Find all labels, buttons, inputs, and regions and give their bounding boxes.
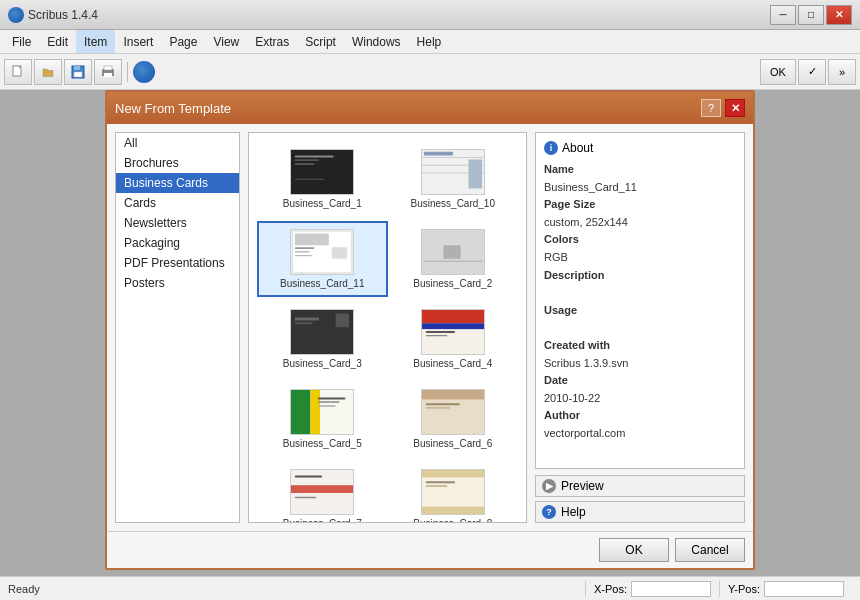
svg-rect-53 (422, 507, 484, 515)
svg-rect-24 (332, 247, 348, 259)
dialog-title: New From Template (115, 101, 231, 116)
svg-rect-30 (295, 322, 312, 324)
svg-rect-33 (422, 310, 484, 324)
template-business-card-7[interactable]: Business_Card_7 (257, 461, 388, 523)
thumb-business-card-4 (421, 309, 485, 355)
menu-item[interactable]: Item (76, 30, 115, 53)
about-label: About (562, 141, 593, 155)
menu-file[interactable]: File (4, 30, 39, 53)
svg-rect-50 (295, 497, 316, 498)
ok-button[interactable]: OK (599, 538, 669, 562)
thumb-business-card-1 (290, 149, 354, 195)
category-newsletters[interactable]: Newsletters (116, 213, 239, 233)
svg-rect-55 (426, 485, 447, 486)
help-button[interactable]: ? Help (535, 501, 745, 523)
author-label: Author (544, 409, 580, 421)
date-label: Date (544, 374, 568, 386)
created-with-label: Created with (544, 339, 610, 351)
thumb-business-card-8 (421, 469, 485, 515)
restore-button[interactable]: □ (798, 5, 824, 25)
svg-rect-10 (295, 159, 319, 160)
template-business-card-10[interactable]: Business_Card_10 (388, 141, 519, 217)
ok-check-button[interactable]: OK (760, 59, 796, 85)
svg-rect-20 (295, 234, 329, 246)
menu-page[interactable]: Page (161, 30, 205, 53)
help-icon: ? (542, 505, 556, 519)
dialog-title-bar: New From Template ? ✕ (107, 92, 753, 124)
menu-view[interactable]: View (205, 30, 247, 53)
save-button[interactable] (64, 59, 92, 85)
status-bar: Ready X-Pos: Y-Pos: (0, 576, 860, 600)
svg-rect-4 (74, 72, 82, 77)
thumb-business-card-7 (290, 469, 354, 515)
svg-rect-44 (422, 390, 484, 400)
info-box: i About Name Business_Card_11 Page Size … (535, 132, 745, 469)
open-button[interactable] (34, 59, 62, 85)
svg-rect-12 (295, 179, 324, 180)
cancel-button[interactable]: Cancel (675, 538, 745, 562)
colors-value: RGB (544, 249, 736, 267)
toolbar-separator (127, 62, 128, 82)
status-right: X-Pos: Y-Pos: (585, 581, 852, 597)
title-bar: Scribus 1.4.4 ─ □ ✕ (0, 0, 860, 30)
svg-rect-48 (291, 485, 353, 493)
template-business-card-3[interactable]: Business_Card_3 (257, 301, 388, 377)
dialog-close-button[interactable]: ✕ (725, 99, 745, 117)
usage-label: Usage (544, 304, 577, 316)
template-label-8: Business_Card_8 (413, 518, 492, 523)
menu-windows[interactable]: Windows (344, 30, 409, 53)
svg-rect-36 (426, 335, 447, 336)
menu-script[interactable]: Script (297, 30, 344, 53)
template-business-card-4[interactable]: Business_Card_4 (388, 301, 519, 377)
xpos-input[interactable] (631, 581, 711, 597)
svg-rect-41 (318, 401, 339, 402)
template-label-4: Business_Card_4 (413, 358, 492, 369)
preview-button[interactable]: ▶ Preview (535, 475, 745, 497)
template-business-card-5[interactable]: Business_Card_5 (257, 381, 388, 457)
template-business-card-2[interactable]: Business_Card_2 (388, 221, 519, 297)
new-button[interactable] (4, 59, 32, 85)
window-title: Scribus 1.4.4 (28, 8, 98, 22)
close-window-button[interactable]: ✕ (826, 5, 852, 25)
check-mark-button[interactable]: ✓ (798, 59, 826, 85)
thumb-business-card-2 (421, 229, 485, 275)
templates-panel[interactable]: Business_Card_1 (248, 132, 527, 523)
svg-rect-34 (422, 323, 484, 329)
info-content: Name Business_Card_11 Page Size custom, … (544, 161, 736, 443)
minimize-button[interactable]: ─ (770, 5, 796, 25)
category-brochures[interactable]: Brochures (116, 153, 239, 173)
thumb-business-card-6 (421, 389, 485, 435)
svg-rect-29 (295, 317, 319, 320)
template-label-10: Business_Card_10 (411, 198, 496, 209)
dialog-body: All Brochures Business Cards Cards Newsl… (107, 124, 753, 531)
category-cards[interactable]: Cards (116, 193, 239, 213)
template-business-card-6[interactable]: Business_Card_6 (388, 381, 519, 457)
menu-insert[interactable]: Insert (115, 30, 161, 53)
category-all[interactable]: All (116, 133, 239, 153)
template-business-card-11[interactable]: Business_Card_11 (257, 221, 388, 297)
template-label-5: Business_Card_5 (283, 438, 362, 449)
menu-bar: File Edit Item Insert Page View Extras S… (0, 30, 860, 54)
category-packaging[interactable]: Packaging (116, 233, 239, 253)
category-posters[interactable]: Posters (116, 273, 239, 293)
template-label-1: Business_Card_1 (283, 198, 362, 209)
category-business-cards[interactable]: Business Cards (116, 173, 239, 193)
menu-edit[interactable]: Edit (39, 30, 76, 53)
menu-help[interactable]: Help (409, 30, 450, 53)
template-business-card-8[interactable]: Business_Card_8 (388, 461, 519, 523)
dialog-help-button[interactable]: ? (701, 99, 721, 117)
ypos-input[interactable] (764, 581, 844, 597)
template-business-card-1[interactable]: Business_Card_1 (257, 141, 388, 217)
dialog-new-from-template: New From Template ? ✕ All Brochures Busi… (105, 90, 755, 570)
author-value: vectorportal.com (544, 425, 736, 443)
date-value: 2010-10-22 (544, 390, 736, 408)
created-with-value: Scribus 1.3.9.svn (544, 355, 736, 373)
svg-rect-52 (422, 470, 484, 478)
svg-rect-46 (426, 407, 450, 408)
menu-extras[interactable]: Extras (247, 30, 297, 53)
print-button[interactable] (94, 59, 122, 85)
category-pdf-presentations[interactable]: PDF Presentations (116, 253, 239, 273)
arrow-button[interactable]: » (828, 59, 856, 85)
template-label-3: Business_Card_3 (283, 358, 362, 369)
name-label: Name (544, 163, 574, 175)
